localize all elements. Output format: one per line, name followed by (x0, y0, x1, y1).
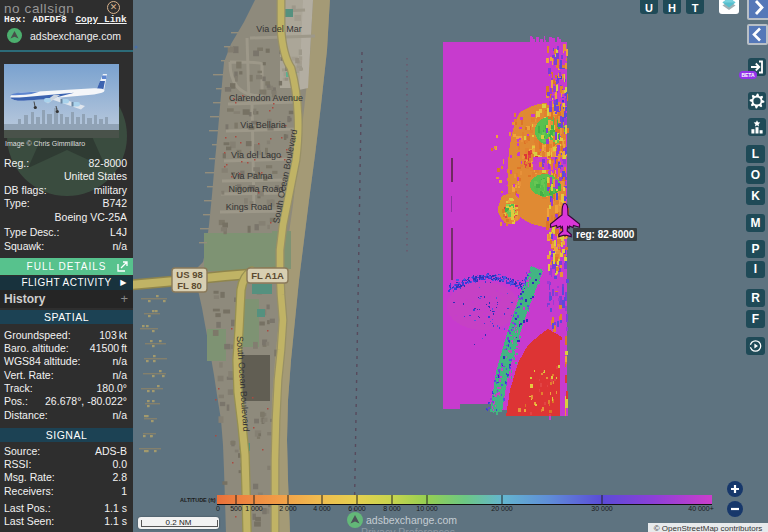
svg-text:FL 80: FL 80 (177, 280, 202, 291)
svg-text:FL A1A: FL A1A (251, 270, 284, 281)
svg-text:Clarendon Avenue: Clarendon Avenue (229, 93, 303, 103)
svg-text:Kings Road: Kings Road (226, 202, 273, 212)
svg-text:Nigoma Road: Nigoma Road (228, 184, 283, 194)
svg-text:Via del Lago: Via del Lago (231, 150, 281, 160)
svg-text:Via Bellaria: Via Bellaria (240, 120, 285, 130)
svg-text:Via del Mar: Via del Mar (256, 24, 301, 34)
svg-text:US 98: US 98 (176, 269, 202, 280)
svg-text:Via Palma: Via Palma (232, 171, 273, 181)
